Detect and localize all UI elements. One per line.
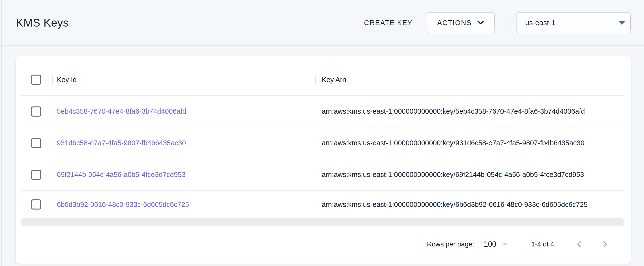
key-id-cell: 931d6c58-e7a7-4fa5-9807-fb4b6435ac30 — [52, 139, 315, 147]
chevron-down-icon — [477, 19, 484, 27]
key-id-link[interactable]: 6b6d3b92-0616-48c0-933c-6d605dc6c725 — [57, 201, 189, 208]
pagination-range-label: 1-4 of 4 — [531, 240, 554, 248]
kms-keys-table-card: Key Id Key Arn 5eb4c358-7670-47e4-8fa6-3… — [16, 56, 631, 263]
table-header-row: Key Id Key Arn — [20, 64, 624, 96]
key-arn-value: arn:aws:kms:us-east-1:000000000000:key/9… — [322, 139, 584, 147]
row-checkbox[interactable] — [31, 106, 41, 116]
table-row: 931d6c58-e7a7-4fa5-9807-fb4b6435ac30 arn… — [20, 127, 624, 159]
page-header: KMS Keys CREATE KEY ACTIONS us-east-1 — [2, 0, 644, 46]
key-arn-value: arn:aws:kms:us-east-1:000000000000:key/6… — [322, 201, 588, 208]
caret-down-icon — [502, 243, 508, 246]
key-arn-cell: arn:aws:kms:us-east-1:000000000000:key/6… — [315, 201, 624, 209]
key-id-cell: 6b6d3b92-0616-48c0-933c-6d605dc6c725 — [52, 201, 315, 209]
key-arn-value: arn:aws:kms:us-east-1:000000000000:key/6… — [322, 171, 584, 178]
key-id-cell: 5eb4c358-7670-47e4-8fa6-3b74d4006afd — [52, 107, 315, 115]
column-header-key-id: Key Id — [52, 76, 315, 84]
previous-page-button[interactable] — [569, 234, 590, 255]
next-page-button[interactable] — [594, 234, 615, 255]
row-checkbox[interactable] — [31, 170, 41, 180]
key-id-link[interactable]: 5eb4c358-7670-47e4-8fa6-3b74d4006afd — [57, 107, 186, 115]
horizontal-scrollbar[interactable] — [20, 218, 624, 226]
row-checkbox-cell — [20, 170, 52, 180]
row-checkbox[interactable] — [31, 199, 41, 209]
actions-button-label: ACTIONS — [437, 19, 472, 27]
actions-button[interactable]: ACTIONS — [426, 12, 495, 33]
region-selector-value: us-east-1 — [525, 19, 555, 27]
table-row: 6b6d3b92-0616-48c0-933c-6d605dc6c725 arn… — [20, 191, 624, 218]
key-id-cell: 69f2144b-054c-4a56-a0b5-4fce3d7cd953 — [52, 171, 315, 179]
row-checkbox[interactable] — [31, 138, 41, 148]
header-vertical-divider — [505, 13, 506, 32]
pagination-bar: Rows per page: 100 1-4 of 4 — [20, 226, 624, 262]
rows-per-page-label: Rows per page: — [427, 240, 474, 248]
key-id-link[interactable]: 931d6c58-e7a7-4fa5-9807-fb4b6435ac30 — [57, 139, 186, 147]
row-checkbox-cell — [20, 106, 52, 116]
create-key-button[interactable]: CREATE KEY — [362, 14, 415, 32]
header-checkbox-cell — [20, 75, 52, 85]
row-checkbox-cell — [20, 199, 52, 209]
key-id-link[interactable]: 69f2144b-054c-4a56-a0b5-4fce3d7cd953 — [57, 171, 186, 178]
rows-per-page-select[interactable]: 100 — [484, 240, 508, 249]
select-all-checkbox[interactable] — [31, 75, 41, 85]
header-actions: CREATE KEY ACTIONS us-east-1 — [362, 12, 631, 33]
key-arn-cell: arn:aws:kms:us-east-1:000000000000:key/5… — [315, 107, 624, 115]
column-header-key-arn-label[interactable]: Key Arn — [322, 76, 346, 84]
page-title: KMS Keys — [16, 16, 69, 29]
column-header-key-arn: Key Arn — [315, 76, 624, 84]
key-arn-value: arn:aws:kms:us-east-1:000000000000:key/5… — [322, 107, 585, 115]
key-arn-cell: arn:aws:kms:us-east-1:000000000000:key/9… — [315, 139, 624, 147]
caret-down-icon — [619, 21, 625, 25]
chevron-right-icon — [600, 240, 609, 249]
region-selector[interactable]: us-east-1 — [516, 12, 631, 33]
table-row: 69f2144b-054c-4a56-a0b5-4fce3d7cd953 arn… — [20, 159, 624, 191]
row-checkbox-cell — [20, 138, 52, 148]
column-header-key-id-label[interactable]: Key Id — [57, 76, 77, 84]
chevron-left-icon — [575, 240, 584, 249]
table-row: 5eb4c358-7670-47e4-8fa6-3b74d4006afd arn… — [20, 96, 624, 127]
key-arn-cell: arn:aws:kms:us-east-1:000000000000:key/6… — [315, 171, 624, 179]
rows-per-page-value: 100 — [484, 240, 496, 249]
